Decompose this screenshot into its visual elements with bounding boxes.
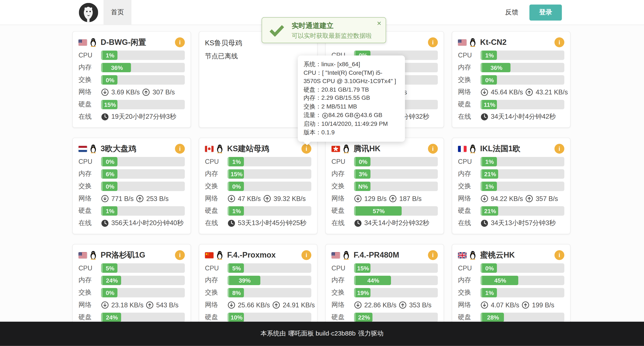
- info-icon[interactable]: i: [554, 144, 564, 154]
- close-icon[interactable]: ✕: [377, 20, 382, 26]
- flag-nl-icon: [78, 146, 87, 152]
- metric-row: 在线 34天13小时57分钟3秒: [458, 218, 564, 228]
- progress-value: 1%: [106, 208, 114, 214]
- metric-row: 网络 47 KB/s 39.32 KB/s: [205, 194, 311, 203]
- server-card-header: 蜜桃云HK i: [458, 248, 564, 262]
- metric-row: 硬盘 24%: [78, 313, 185, 322]
- net-down-value: 25.66 KB/s: [238, 301, 270, 309]
- info-icon[interactable]: i: [175, 144, 185, 154]
- tooltip-label: 流量：: [304, 112, 321, 120]
- download-icon: [480, 88, 488, 96]
- metric-label: 交换: [458, 288, 481, 297]
- metric-row: 硬盘 57%: [332, 206, 438, 216]
- progress-fill: 28%: [480, 313, 504, 322]
- info-icon[interactable]: i: [302, 250, 311, 260]
- linux-penguin-icon: [469, 38, 477, 47]
- metric-label: 网络: [332, 301, 354, 309]
- metric-row: 网络 3.69 KB/s 307 B/s: [78, 88, 185, 97]
- metric-label: CPU: [205, 158, 228, 166]
- network-speeds: 3.69 KB/s 307 B/s: [101, 88, 175, 96]
- info-icon[interactable]: i: [428, 250, 438, 260]
- progress-bar: 0%: [480, 263, 564, 273]
- progress-value: 5%: [106, 265, 114, 272]
- feedback-link[interactable]: 反馈: [505, 0, 518, 25]
- progress-fill: 15%: [228, 169, 244, 178]
- progress-fill: 8%: [228, 288, 244, 297]
- metric-label: 在线: [78, 219, 101, 228]
- progress-value: 1%: [485, 158, 494, 165]
- info-icon[interactable]: i: [428, 144, 438, 154]
- metric-row: CPU 0%: [458, 263, 564, 273]
- clock-icon: [101, 219, 109, 227]
- logo-avatar[interactable]: [79, 3, 98, 22]
- linux-penguin-icon: [89, 250, 97, 260]
- network-speeds: 4.07 KB/s 199 B/s: [480, 301, 554, 309]
- metric-label: 网络: [78, 194, 101, 203]
- progress-bar: 1%: [480, 288, 564, 297]
- progress-bar: 15%: [101, 100, 185, 109]
- metric-row: 交换 19%: [332, 288, 438, 297]
- tooltip-label: 系统：: [304, 61, 321, 68]
- upload-icon: [526, 88, 534, 96]
- progress-fill: 44%: [354, 276, 391, 285]
- info-icon[interactable]: i: [554, 250, 564, 260]
- offline-status-text: 节点已离线: [205, 52, 311, 61]
- metric-label: 交换: [205, 288, 228, 297]
- progress-fill: 19%: [354, 288, 370, 297]
- clock-icon: [480, 219, 488, 227]
- progress-value: 1%: [232, 158, 241, 165]
- download-icon: [228, 195, 236, 203]
- progress-value: 11%: [484, 101, 496, 108]
- progress-value: 0%: [106, 77, 114, 83]
- info-icon[interactable]: i: [554, 38, 564, 47]
- progress-fill: 21%: [480, 169, 498, 178]
- linux-penguin-icon: [469, 250, 477, 260]
- metric-row: 网络 4.07 KB/s 199 B/s: [458, 300, 564, 310]
- login-button[interactable]: 登录: [529, 4, 562, 20]
- progress-fill: 1%: [480, 50, 497, 60]
- progress-fill: N%: [354, 182, 370, 191]
- upload-icon: [389, 195, 397, 203]
- download-icon: [354, 195, 362, 203]
- tab-home[interactable]: 首页: [104, 0, 132, 25]
- progress-fill: 57%: [354, 206, 402, 216]
- footer-panel-link[interactable]: 哪吒面板 build·c23b88b: [288, 330, 356, 338]
- flag-gb-icon: [458, 252, 466, 258]
- network-speeds: 771 B/s 253 B/s: [101, 195, 168, 203]
- footer: 本系统由 哪吒面板 build·c23b88b 强力驱动: [0, 322, 644, 346]
- progress-bar: 21%: [480, 169, 564, 178]
- metric-row: 在线 19天20小时27分钟3秒: [78, 112, 185, 122]
- net-down-value: 45.64 KB/s: [491, 89, 523, 96]
- progress-bar: 24%: [101, 276, 185, 285]
- progress-fill: 0%: [101, 288, 118, 297]
- flag-fr-icon: [458, 146, 466, 152]
- metric-row: CPU 1%: [458, 50, 564, 60]
- progress-bar: 21%: [480, 206, 564, 216]
- info-icon[interactable]: i: [428, 38, 438, 47]
- metric-row: 内存 3%: [332, 169, 438, 178]
- metric-label: 内存: [458, 276, 481, 285]
- network-speeds: 25.66 KB/s 24.91 KB/s: [228, 301, 315, 309]
- tooltip-label: CPU：: [304, 70, 322, 76]
- success-check-icon: [262, 18, 292, 43]
- network-speeds: 45.64 KB/s 43.21 KB/s: [480, 88, 568, 96]
- progress-value: 10%: [230, 314, 242, 320]
- metric-label: 网络: [458, 88, 481, 96]
- progress-value: 44%: [367, 277, 379, 284]
- metric-row: 内存 21%: [458, 169, 564, 178]
- metric-label: 内存: [78, 170, 101, 178]
- progress-value: 15%: [357, 265, 369, 272]
- tooltip-line: 硬盘：20.81 GB/1.79 TB: [304, 86, 399, 94]
- info-icon[interactable]: i: [302, 144, 311, 154]
- metric-label: 网络: [78, 301, 101, 309]
- metric-label: 硬盘: [78, 207, 101, 215]
- progress-fill: 1%: [101, 206, 118, 216]
- metric-label: 内存: [458, 170, 481, 178]
- progress-fill: 0%: [101, 157, 118, 166]
- upload-icon: [136, 195, 144, 203]
- info-icon[interactable]: i: [175, 250, 185, 260]
- progress-value: 1%: [485, 290, 494, 296]
- info-icon[interactable]: i: [175, 38, 185, 47]
- progress-bar: 39%: [228, 276, 311, 285]
- net-up-value: 199 B/s: [532, 301, 554, 309]
